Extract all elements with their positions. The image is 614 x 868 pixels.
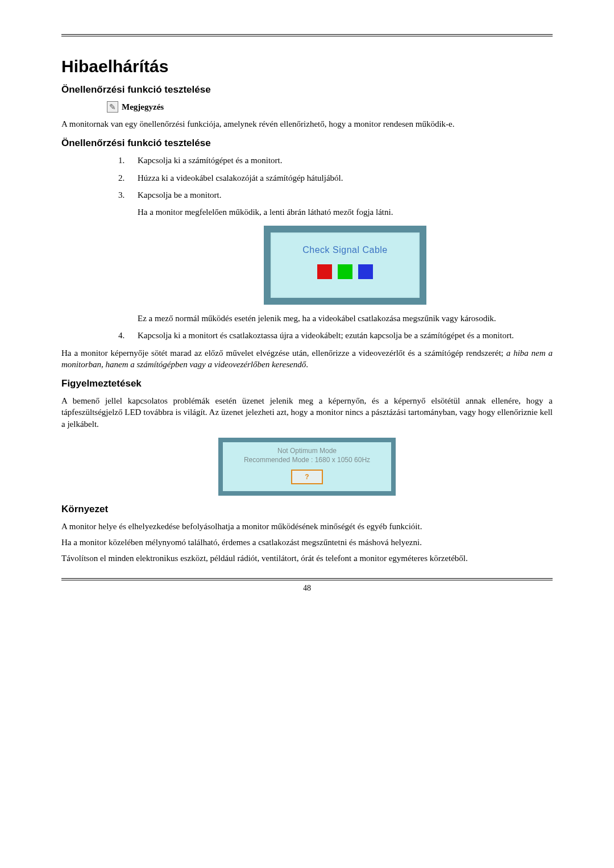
figure-not-optimum-mode: Not Optimum Mode Recommended Mode : 1680… — [61, 438, 553, 496]
red-square-icon — [317, 264, 332, 279]
page-number: 48 — [61, 584, 553, 593]
header-rule — [61, 34, 553, 36]
monitor-osd-panel: Check Signal Cable — [271, 232, 420, 298]
step-3-sub2: Ez a mező normál működés esetén jelenik … — [138, 313, 553, 324]
env-p1: A monitor helye és elhelyezkedése befoly… — [61, 521, 553, 532]
step-number: 1. — [118, 155, 125, 166]
page: Hibaelhárítás Önellenőrzési funkció tesz… — [0, 0, 614, 616]
env-p3: Távolítson el minden elektronikus eszköz… — [61, 553, 553, 564]
step-3: 3. Kapcsolja be a monitort. Ha a monitor… — [118, 189, 553, 325]
step-text: Kapcsolja be a monitort. — [138, 190, 221, 200]
step-1: 1. Kapcsolja ki a számítógépet és a moni… — [118, 155, 553, 166]
section-self-test-2: Önellenőrzési funkció tesztelése — [61, 138, 553, 149]
note-body: A monitornak van egy önellenőrzési funkc… — [61, 118, 553, 130]
step-text: Kapcsolja ki a monitort és csatlakoztass… — [138, 331, 514, 340]
osd-line1: Not Optimum Mode — [226, 447, 388, 455]
monitor-osd-frame: Check Signal Cable — [264, 226, 426, 305]
step-3-sub: Ha a monitor megfelelően működik, a lent… — [138, 206, 553, 218]
monitor-osd-frame: Not Optimum Mode Recommended Mode : 1680… — [218, 438, 396, 496]
step-text: Húzza ki a videokábel csalakozóját a szá… — [138, 173, 343, 182]
osd-text: Check Signal Cable — [276, 244, 414, 256]
note-label: Megjegyzés — [122, 102, 164, 112]
green-square-icon — [338, 264, 352, 279]
after-steps-plain: Ha a monitor képernyője sötét marad az e… — [61, 348, 506, 358]
blue-square-icon — [358, 264, 373, 279]
page-title: Hibaelhárítás — [61, 57, 553, 76]
step-number: 2. — [118, 172, 125, 184]
section-self-test-1: Önellenőrzési funkció tesztelése — [61, 84, 553, 95]
warnings-body: A bemenő jellel kapcsolatos problémák es… — [61, 395, 553, 430]
section-warnings: Figyelmeztetések — [61, 378, 553, 389]
step-number: 4. — [118, 330, 125, 341]
note: ✎ Megjegyzés — [107, 101, 553, 113]
step-text: Kapcsolja ki a számítógépet és a monitor… — [138, 156, 283, 165]
step-number: 3. — [118, 189, 125, 201]
monitor-osd-panel: Not Optimum Mode Recommended Mode : 1680… — [223, 442, 391, 491]
after-steps-dot: . — [306, 360, 308, 369]
env-p2: Ha a monitor közelében mélynyomó találha… — [61, 537, 553, 548]
self-test-steps: 1. Kapcsolja ki a számítógépet és a moni… — [118, 155, 553, 341]
osd-help-button: ? — [291, 470, 323, 484]
osd-line2: Recommended Mode : 1680 x 1050 60Hz — [226, 456, 388, 464]
figure-check-signal-cable: Check Signal Cable — [138, 226, 553, 305]
after-steps: Ha a monitor képernyője sötét marad az e… — [61, 347, 553, 371]
footer-rule — [61, 578, 553, 580]
step-4: 4. Kapcsolja ki a monitort és csatlakozt… — [118, 330, 553, 341]
note-icon: ✎ — [107, 101, 118, 113]
section-environment: Környezet — [61, 504, 553, 515]
step-2: 2. Húzza ki a videokábel csalakozóját a … — [118, 172, 553, 184]
